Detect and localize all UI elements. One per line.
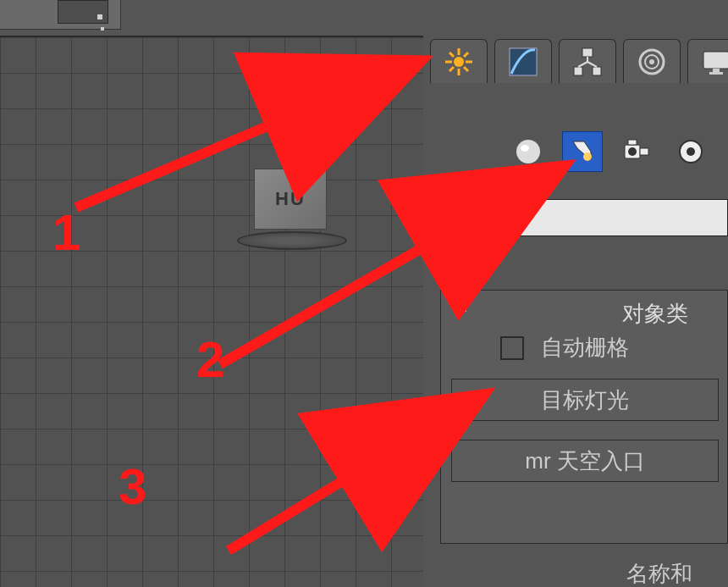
svg-rect-10: [582, 48, 593, 57]
top-panel-fragment: [0, 0, 121, 30]
svg-rect-18: [709, 72, 723, 75]
sphere-icon: [513, 136, 543, 167]
star-icon: [442, 45, 476, 79]
autogrid-checkbox[interactable]: [500, 336, 524, 360]
object-type-panel: - 对象类 自动栅格 目标灯光 mr 天空入口: [440, 290, 728, 544]
spinner-dot: [101, 27, 104, 30]
svg-point-20: [521, 145, 529, 152]
hierarchy-icon: [571, 45, 604, 79]
viewport-grid: [0, 37, 423, 587]
svg-line-6: [464, 67, 468, 71]
tape-icon: [676, 136, 706, 167]
lights-category[interactable]: [562, 131, 603, 172]
spotlight-icon: [567, 136, 598, 167]
camera-icon: [621, 136, 652, 167]
curve-icon: [506, 45, 540, 79]
svg-rect-16: [703, 52, 728, 69]
display-tab[interactable]: [687, 39, 728, 83]
motion-tab[interactable]: [623, 39, 681, 83]
mr-sky-portal-button[interactable]: mr 天空入口: [451, 440, 719, 482]
svg-line-7: [449, 67, 454, 71]
svg-point-0: [454, 57, 464, 67]
monitor-icon: [699, 45, 728, 79]
svg-rect-17: [713, 69, 720, 72]
autogrid-row: 自动栅格: [500, 333, 629, 363]
svg-point-27: [687, 147, 695, 156]
svg-line-5: [449, 53, 454, 57]
viewport[interactable]: HU: [0, 36, 423, 587]
object-cube: HU: [254, 169, 327, 230]
create-tab[interactable]: [430, 39, 488, 83]
svg-point-21: [583, 152, 592, 161]
rollout-collapse-icon[interactable]: -: [461, 301, 467, 320]
svg-rect-11: [574, 67, 582, 75]
svg-rect-24: [640, 148, 648, 155]
wheel-icon: [635, 45, 669, 79]
hierarchy-tab[interactable]: [559, 39, 616, 83]
modify-tab[interactable]: [494, 39, 552, 83]
cameras-category[interactable]: [616, 131, 657, 172]
category-row: [508, 131, 711, 172]
svg-line-8: [464, 53, 468, 57]
command-panel-tabs: [423, 39, 728, 83]
svg-rect-12: [593, 67, 601, 75]
helpers-category[interactable]: [670, 131, 711, 172]
panel-title: 对象类: [622, 299, 688, 329]
svg-point-19: [516, 140, 540, 163]
panel-button[interactable]: [58, 0, 108, 24]
name-and-color-label: 名称和: [626, 559, 692, 587]
type-dropdown[interactable]: 光度学: [440, 199, 728, 236]
svg-rect-25: [628, 140, 637, 145]
spinner-dot: [97, 14, 102, 19]
dropdown-value: 光度学: [451, 203, 517, 233]
svg-point-15: [649, 59, 654, 64]
object-base-disc: [237, 231, 347, 250]
autogrid-label: 自动栅格: [541, 333, 629, 363]
geometry-category[interactable]: [508, 131, 549, 172]
target-light-button[interactable]: 目标灯光: [451, 379, 719, 421]
svg-point-23: [628, 147, 637, 156]
viewport-object[interactable]: HU: [245, 169, 339, 243]
